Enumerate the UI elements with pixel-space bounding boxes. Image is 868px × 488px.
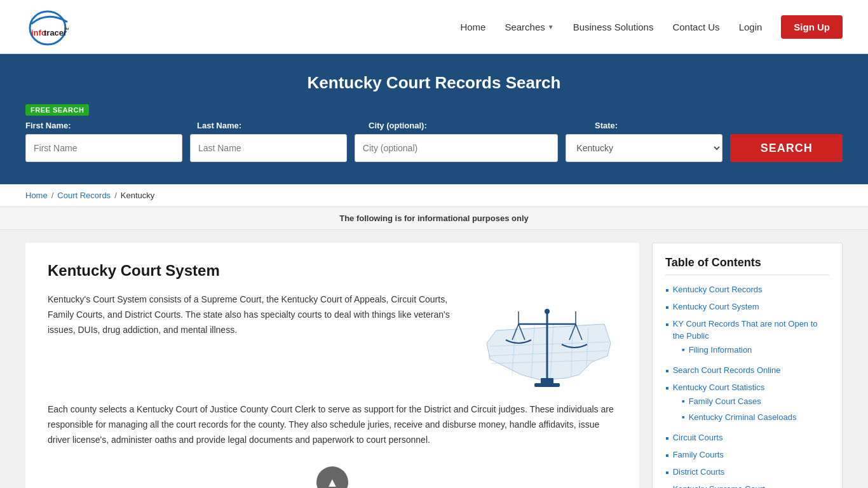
search-form-labels: First Name: Last Name: City (optional): … [25, 121, 843, 130]
scales-icon [477, 292, 617, 400]
toc-bullet-6: ▪ [665, 432, 669, 444]
toc-link-4[interactable]: Search Court Records Online [673, 365, 781, 376]
toc-bullet-3: ▪ [665, 318, 669, 330]
main-nav: Home Searches ▼ Business Solutions Conta… [460, 15, 843, 39]
toc-bullet-5: ▪ [665, 382, 669, 394]
nav-contact-us[interactable]: Contact Us [672, 22, 719, 32]
searches-chevron-icon: ▼ [548, 24, 554, 30]
nav-home[interactable]: Home [460, 22, 485, 32]
toc-bullet-8: ▪ [665, 466, 669, 478]
sidebar: Table of Contents ▪ Kentucky Court Recor… [652, 243, 843, 488]
toc-sub-bullet-3-1: ▪ [682, 344, 685, 355]
toc-item-6: ▪ Circuit Courts [665, 432, 829, 444]
article: Kentucky Court System Kentucky's Court S… [25, 243, 639, 488]
toc-list: ▪ Kentucky Court Records ▪ Kentucky Cour… [665, 284, 829, 488]
toc-item-3: ▪ KY Court Records That are not Open to … [665, 318, 829, 360]
toc-item-5: ▪ Kentucky Court Statistics ▪ Family Cou… [665, 382, 829, 427]
toc-sub-3: ▪ Filing Information [673, 344, 829, 356]
logo-icon: info tracer ™ [25, 8, 70, 46]
svg-rect-15 [541, 378, 553, 384]
city-input[interactable] [355, 134, 559, 162]
toc-item-2: ▪ Kentucky Court System [665, 301, 829, 313]
banner-title: Kentucky Court Records Search [25, 73, 843, 93]
toc-box: Table of Contents ▪ Kentucky Court Recor… [652, 243, 843, 488]
main-content: Kentucky Court System Kentucky's Court S… [0, 230, 868, 488]
first-name-input[interactable] [25, 134, 182, 162]
toc-sub-link-5-2[interactable]: Kentucky Criminal Caseloads [689, 412, 797, 423]
svg-point-17 [545, 309, 550, 314]
scroll-top-button[interactable]: ▲ [316, 466, 348, 488]
info-bar-text: The following is for informational purpo… [339, 214, 529, 223]
toc-sub-item-5-2: ▪ Kentucky Criminal Caseloads [682, 412, 797, 423]
breadcrumb: Home / Court Records / Kentucky [0, 184, 868, 207]
toc-item-1: ▪ Kentucky Court Records [665, 284, 829, 296]
toc-link-3[interactable]: KY Court Records That are not Open to th… [673, 319, 818, 340]
toc-sub-link-3-1[interactable]: Filing Information [689, 344, 752, 356]
toc-link-6[interactable]: Circuit Courts [673, 432, 723, 444]
search-button[interactable]: SEARCH [730, 134, 843, 162]
last-name-input[interactable] [190, 134, 347, 162]
toc-bullet-1: ▪ [665, 284, 669, 296]
toc-sub-link-5-1[interactable]: Family Court Cases [689, 396, 761, 407]
breadcrumb-current: Kentucky [121, 191, 154, 200]
toc-item-4: ▪ Search Court Records Online [665, 365, 829, 377]
toc-bullet-2: ▪ [665, 301, 669, 313]
city-label: City (optional): [369, 121, 587, 130]
toc-link-8[interactable]: District Courts [673, 466, 725, 478]
last-name-label: Last Name: [197, 121, 361, 130]
article-intro-text: Kentucky's Court System consists of a Su… [48, 292, 465, 350]
page-header: info tracer ™ Home Searches ▼ Business S… [0, 0, 868, 54]
article-heading: Kentucky Court System [48, 262, 617, 280]
toc-link-1[interactable]: Kentucky Court Records [673, 284, 763, 295]
toc-bullet-7: ▪ [665, 449, 669, 461]
breadcrumb-home[interactable]: Home [25, 191, 48, 200]
toc-sub-item-5-1: ▪ Family Court Cases [682, 396, 797, 407]
toc-link-7[interactable]: Family Courts [673, 449, 724, 461]
free-search-badge: FREE SEARCH [25, 104, 89, 116]
article-para-2: Each county selects a Kentucky Court of … [48, 402, 617, 447]
toc-item-7: ▪ Family Courts [665, 449, 829, 461]
toc-bullet-9: ▪ [665, 484, 669, 488]
toc-link-2[interactable]: Kentucky Court System [673, 301, 759, 313]
search-banner: Kentucky Court Records Search FREE SEARC… [0, 54, 868, 184]
toc-sub-bullet-5-1: ▪ [682, 396, 685, 407]
search-form-row: Kentucky SEARCH [25, 134, 843, 162]
toc-sub-5: ▪ Family Court Cases ▪ Kentucky Criminal… [673, 396, 797, 423]
breadcrumb-sep-2: / [114, 191, 117, 200]
toc-sub-item-3-1: ▪ Filing Information [682, 344, 829, 356]
toc-sub-bullet-5-2: ▪ [682, 412, 685, 423]
toc-item-9: ▪ Kentucky Supreme Court [665, 484, 829, 488]
article-image [477, 292, 617, 402]
nav-signup[interactable]: Sign Up [781, 15, 843, 39]
nav-searches[interactable]: Searches ▼ [505, 22, 553, 32]
state-label: State: [595, 121, 759, 130]
first-name-label: First Name: [25, 121, 189, 130]
nav-login[interactable]: Login [739, 22, 763, 32]
toc-link-5[interactable]: Kentucky Court Statistics [673, 383, 765, 392]
nav-business-solutions[interactable]: Business Solutions [573, 22, 654, 32]
breadcrumb-sep-1: / [51, 191, 54, 200]
toc-link-9[interactable]: Kentucky Supreme Court [673, 484, 765, 488]
article-intro: Kentucky's Court System consists of a Su… [48, 292, 617, 402]
toc-title: Table of Contents [665, 256, 829, 275]
toc-item-8: ▪ District Courts [665, 466, 829, 478]
breadcrumb-court-records[interactable]: Court Records [57, 191, 111, 200]
logo[interactable]: info tracer ™ [25, 8, 70, 46]
info-bar: The following is for informational purpo… [0, 207, 868, 230]
toc-bullet-4: ▪ [665, 365, 669, 377]
state-select[interactable]: Kentucky [566, 134, 722, 162]
article-para-1: Kentucky's Court System consists of a Su… [48, 292, 465, 337]
svg-text:™: ™ [64, 27, 69, 33]
